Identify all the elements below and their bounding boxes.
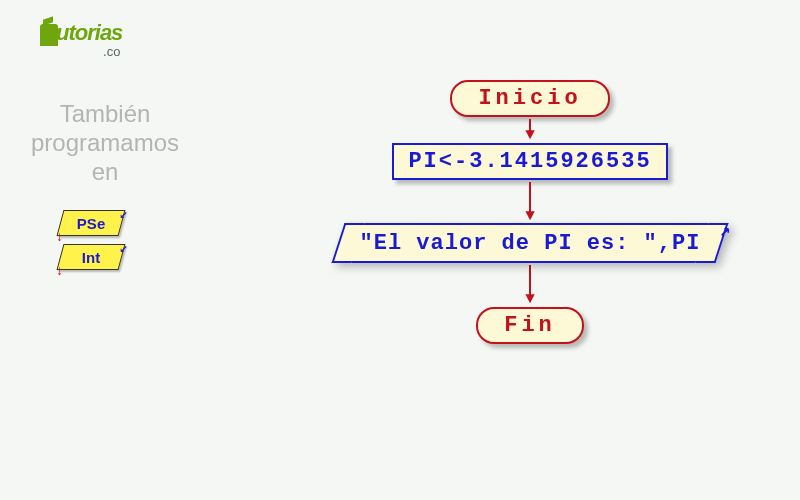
badge-int: Int ↙ ↓ [57, 244, 126, 270]
badge-pse: PSe ↙ ↓ [57, 210, 126, 236]
sidebar-line-3: en [20, 158, 190, 187]
flow-start-terminal: Inicio [450, 80, 609, 117]
logo-text-sub: .co [40, 44, 120, 59]
flowchart: Inicio ▼ PI<-3.1415926535 ▼ "El valor de… [280, 80, 780, 344]
flow-output-text: "El valor de PI es: ",PI [360, 231, 701, 256]
arrow-out-icon: ↓ [55, 263, 63, 279]
logo-text-main: utorias [56, 20, 122, 45]
language-badges: PSe ↙ ↓ Int ↙ ↓ [60, 210, 122, 270]
flow-process-box: PI<-3.1415926535 [392, 143, 667, 180]
sidebar-caption: También programamos en [20, 100, 190, 186]
flow-arrow-icon: ▼ [525, 265, 535, 305]
flow-process-text: PI<-3.1415926535 [408, 149, 651, 174]
arrow-out-icon: ↓ [55, 229, 63, 245]
arrow-in-icon: ↙ [119, 239, 127, 256]
sidebar-line-2: programamos [20, 129, 190, 158]
arrow-in-icon: ↙ [119, 205, 127, 222]
logo: utorias .co [40, 20, 122, 59]
flow-arrow-icon: ▼ [525, 182, 535, 222]
flow-end-terminal: Fin [476, 307, 584, 344]
logo-icon [40, 24, 58, 46]
badge-pse-label: PSe [77, 215, 105, 232]
sidebar-line-1: También [20, 100, 190, 129]
output-arrow-icon: ↗ [720, 219, 731, 241]
badge-int-label: Int [82, 249, 100, 266]
flow-end-label: Fin [504, 313, 556, 338]
flow-output-box: "El valor de PI es: ",PI ↗ [338, 223, 723, 263]
flow-start-label: Inicio [478, 86, 581, 111]
flow-arrow-icon: ▼ [525, 119, 535, 141]
